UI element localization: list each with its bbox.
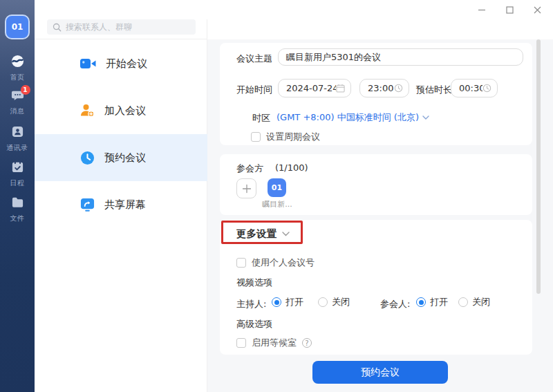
search-placeholder: 搜索联系人、群聊	[66, 21, 132, 33]
participants-card: 参会方 (1/100) 01 瞩目新...	[220, 154, 532, 215]
clock-field-icon	[482, 84, 491, 93]
subject-label: 会议主题	[236, 53, 272, 65]
titlebar	[35, 0, 553, 19]
contacts-icon	[11, 125, 24, 139]
recurring-meeting-checkbox[interactable]	[251, 132, 261, 142]
menu-item-label: 加入会议	[104, 104, 146, 118]
participant-video-off: 关闭	[458, 296, 490, 308]
menu-item-start-meeting[interactable]: 开始会议	[35, 40, 207, 87]
menu-item-label: 预约会议	[104, 151, 146, 165]
personal-meeting-id-row: 使用个人会议号	[236, 256, 315, 269]
rail-item-label: 首页	[0, 73, 35, 82]
schedule-meeting-button[interactable]: 预约会议	[312, 361, 448, 384]
participant-video-on: 打开	[416, 296, 448, 308]
chevron-down-icon	[422, 115, 429, 120]
time-input[interactable]: 23:00	[359, 79, 409, 97]
plus-icon	[242, 184, 252, 194]
duration-input[interactable]: 00:30	[451, 79, 498, 97]
search-input[interactable]: 搜索联系人、群聊	[47, 19, 196, 35]
rail-item-label: 通讯录	[0, 143, 35, 153]
advanced-options-title: 高级选项	[236, 318, 272, 330]
close-button[interactable]	[532, 5, 542, 15]
rail-item-label: 消息	[0, 106, 35, 116]
app-window: 01 首页 1 消息 通讯录 日程	[0, 0, 553, 392]
personal-meeting-id-label: 使用个人会议号	[252, 256, 315, 269]
meeting-basics-card: 会议主题 瞩目新用户5301的会议 开始时间 2024-07-24 23:00 …	[220, 43, 532, 145]
menu-panel: 搜索联系人、群聊 开始会议 加入会议 预约会议 共享屏幕	[35, 0, 207, 392]
rail-item-messages[interactable]: 1 消息	[0, 88, 35, 116]
host-video-label: 主持人:	[236, 298, 266, 310]
recurring-meeting-label: 设置周期会议	[266, 131, 320, 143]
host-video-off: 关闭	[318, 296, 350, 308]
clock-field-icon	[394, 84, 403, 93]
waiting-room-label: 启用等候室	[252, 337, 297, 349]
participant-video-label: 参会人:	[380, 298, 410, 310]
rail-item-schedule[interactable]: 日程	[0, 160, 35, 188]
participant-name: 瞩目新...	[259, 199, 295, 209]
participants-label: 参会方	[236, 162, 263, 175]
date-input[interactable]: 2024-07-24	[278, 79, 351, 97]
maximize-button[interactable]	[505, 5, 514, 15]
participant-off-radio[interactable]	[458, 297, 468, 307]
duration-label: 预估时长	[416, 84, 452, 96]
start-time-label: 开始时间	[236, 84, 272, 96]
rail-item-contacts[interactable]: 通讯录	[0, 125, 35, 153]
more-settings-label: 更多设置	[236, 227, 276, 241]
menu-item-share-screen[interactable]: 共享屏幕	[35, 181, 207, 228]
participant-on-radio[interactable]	[416, 297, 426, 307]
join-person-icon	[80, 104, 95, 118]
vertical-scrollbar[interactable]	[536, 39, 541, 294]
footer-bar: 预约会议	[207, 355, 553, 392]
rail-item-label: 文件	[0, 214, 35, 223]
question-icon[interactable]: ?	[302, 338, 312, 348]
more-settings-card: 更多设置 使用个人会议号 视频选项 主持人: 打开 关闭 参会人:	[220, 220, 532, 355]
menu-item-label: 开始会议	[106, 57, 147, 71]
participants-count: (1/100)	[275, 162, 308, 173]
app-rail: 01 首页 1 消息 通讯录 日程	[0, 0, 35, 392]
host-off-radio[interactable]	[318, 297, 328, 307]
schedule-meeting-panel: 会议主题 瞩目新用户5301的会议 开始时间 2024-07-24 23:00 …	[207, 0, 553, 392]
minimize-button[interactable]	[477, 5, 487, 15]
subject-input[interactable]: 瞩目新用户5301的会议	[278, 48, 523, 66]
share-screen-icon	[80, 198, 95, 212]
personal-meeting-id-checkbox[interactable]	[236, 258, 246, 268]
calendar-field-icon	[336, 84, 345, 93]
video-options-title: 视频选项	[236, 277, 272, 289]
rail-item-home[interactable]: 首页	[0, 55, 35, 82]
search-icon	[53, 23, 62, 32]
user-avatar[interactable]: 01	[5, 15, 30, 39]
menu-item-join-meeting[interactable]: 加入会议	[35, 87, 207, 134]
chevron-down-icon	[282, 232, 290, 236]
timezone-select[interactable]: (GMT +8:00) 中国标准时间 (北京)	[276, 111, 429, 124]
add-participant-button[interactable]	[236, 178, 256, 198]
timezone-label: 时区	[252, 112, 270, 124]
waiting-room-checkbox[interactable]	[236, 338, 246, 348]
home-logo-icon	[11, 55, 24, 68]
calendar-icon	[11, 160, 24, 174]
waiting-room-row: 启用等候室 ?	[236, 337, 312, 349]
recurring-meeting-row: 设置周期会议	[251, 131, 320, 143]
rail-item-label: 日程	[0, 178, 35, 188]
unread-badge: 1	[21, 85, 30, 95]
more-settings-toggle[interactable]: 更多设置	[236, 227, 290, 241]
menu-item-label: 共享屏幕	[104, 198, 146, 212]
rail-item-files[interactable]: 文件	[0, 196, 35, 223]
host-video-on: 打开	[272, 296, 303, 308]
participant-avatar[interactable]: 01	[268, 178, 286, 197]
chat-icon: 1	[11, 88, 24, 102]
clock-icon	[80, 151, 95, 165]
video-camera-icon	[80, 57, 96, 70]
folder-icon	[11, 196, 24, 209]
host-on-radio[interactable]	[272, 297, 281, 307]
menu-item-schedule-meeting[interactable]: 预约会议	[35, 134, 207, 181]
